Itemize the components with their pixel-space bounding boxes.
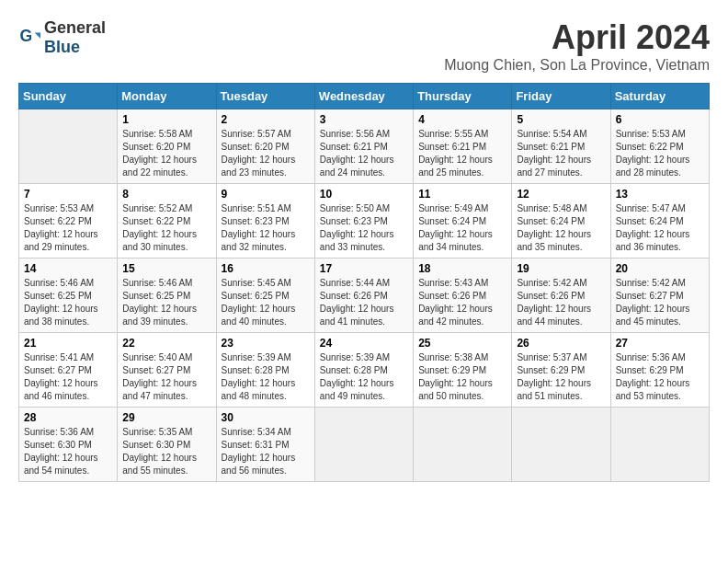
logo-general: General bbox=[44, 18, 106, 37]
calendar-cell: 23Sunrise: 5:39 AM Sunset: 6:28 PM Dayli… bbox=[216, 333, 314, 408]
calendar-cell: 29Sunrise: 5:35 AM Sunset: 6:30 PM Dayli… bbox=[118, 408, 216, 482]
calendar-header-wednesday: Wednesday bbox=[314, 84, 413, 109]
calendar-week-row: 28Sunrise: 5:36 AM Sunset: 6:30 PM Dayli… bbox=[19, 408, 710, 482]
day-number: 5 bbox=[517, 113, 605, 126]
day-details: Sunrise: 5:47 AM Sunset: 6:24 PM Dayligh… bbox=[616, 202, 704, 254]
page-header: G General Blue April 2024 Muong Chien, S… bbox=[18, 18, 710, 74]
day-details: Sunrise: 5:41 AM Sunset: 6:27 PM Dayligh… bbox=[24, 351, 112, 403]
calendar-cell: 13Sunrise: 5:47 AM Sunset: 6:24 PM Dayli… bbox=[610, 184, 709, 259]
calendar-header-tuesday: Tuesday bbox=[216, 84, 314, 109]
calendar-cell: 21Sunrise: 5:41 AM Sunset: 6:27 PM Dayli… bbox=[19, 333, 118, 408]
day-number: 20 bbox=[616, 262, 704, 275]
day-number: 19 bbox=[517, 262, 605, 275]
day-number: 6 bbox=[616, 113, 704, 126]
day-number: 7 bbox=[24, 188, 112, 201]
day-number: 27 bbox=[616, 337, 704, 350]
calendar-cell bbox=[610, 408, 709, 482]
day-details: Sunrise: 5:56 AM Sunset: 6:21 PM Dayligh… bbox=[320, 128, 408, 179]
day-number: 13 bbox=[616, 188, 704, 201]
calendar-body: 1Sunrise: 5:58 AM Sunset: 6:20 PM Daylig… bbox=[19, 109, 710, 482]
day-number: 10 bbox=[320, 188, 408, 201]
day-details: Sunrise: 5:42 AM Sunset: 6:26 PM Dayligh… bbox=[517, 277, 605, 328]
title-section: April 2024 Muong Chien, Son La Province,… bbox=[444, 18, 710, 74]
day-number: 11 bbox=[418, 188, 506, 201]
day-details: Sunrise: 5:36 AM Sunset: 6:29 PM Dayligh… bbox=[616, 351, 704, 403]
calendar-cell bbox=[19, 109, 118, 184]
day-number: 1 bbox=[122, 113, 210, 126]
day-number: 16 bbox=[222, 262, 310, 275]
svg-text:G: G bbox=[20, 27, 33, 45]
day-number: 17 bbox=[320, 262, 408, 275]
day-details: Sunrise: 5:57 AM Sunset: 6:20 PM Dayligh… bbox=[222, 128, 310, 179]
calendar-cell: 26Sunrise: 5:37 AM Sunset: 6:29 PM Dayli… bbox=[512, 333, 610, 408]
calendar-cell: 7Sunrise: 5:53 AM Sunset: 6:22 PM Daylig… bbox=[19, 184, 118, 259]
calendar-header-friday: Friday bbox=[512, 84, 610, 109]
day-details: Sunrise: 5:44 AM Sunset: 6:26 PM Dayligh… bbox=[320, 277, 408, 328]
location-subtitle: Muong Chien, Son La Province, Vietnam bbox=[444, 57, 710, 74]
calendar-week-row: 1Sunrise: 5:58 AM Sunset: 6:20 PM Daylig… bbox=[19, 109, 710, 184]
calendar-cell: 18Sunrise: 5:43 AM Sunset: 6:26 PM Dayli… bbox=[414, 259, 512, 333]
calendar-cell: 11Sunrise: 5:49 AM Sunset: 6:24 PM Dayli… bbox=[414, 184, 512, 259]
day-number: 18 bbox=[418, 262, 506, 275]
calendar-cell: 24Sunrise: 5:39 AM Sunset: 6:28 PM Dayli… bbox=[314, 333, 413, 408]
day-details: Sunrise: 5:45 AM Sunset: 6:25 PM Dayligh… bbox=[222, 277, 310, 328]
calendar-cell bbox=[414, 408, 512, 482]
day-details: Sunrise: 5:40 AM Sunset: 6:27 PM Dayligh… bbox=[122, 351, 210, 403]
calendar-cell: 2Sunrise: 5:57 AM Sunset: 6:20 PM Daylig… bbox=[216, 109, 314, 184]
day-details: Sunrise: 5:38 AM Sunset: 6:29 PM Dayligh… bbox=[418, 351, 506, 403]
logo-text: General Blue bbox=[44, 18, 106, 57]
logo-blue: Blue bbox=[44, 38, 80, 56]
day-details: Sunrise: 5:35 AM Sunset: 6:30 PM Dayligh… bbox=[122, 426, 210, 477]
calendar-cell: 28Sunrise: 5:36 AM Sunset: 6:30 PM Dayli… bbox=[19, 408, 118, 482]
day-details: Sunrise: 5:53 AM Sunset: 6:22 PM Dayligh… bbox=[24, 202, 112, 254]
calendar-cell: 12Sunrise: 5:48 AM Sunset: 6:24 PM Dayli… bbox=[512, 184, 610, 259]
day-number: 14 bbox=[24, 262, 112, 275]
logo: G General Blue bbox=[18, 18, 106, 57]
day-number: 8 bbox=[122, 188, 210, 201]
day-details: Sunrise: 5:49 AM Sunset: 6:24 PM Dayligh… bbox=[418, 202, 506, 254]
day-details: Sunrise: 5:43 AM Sunset: 6:26 PM Dayligh… bbox=[418, 277, 506, 328]
calendar-cell: 27Sunrise: 5:36 AM Sunset: 6:29 PM Dayli… bbox=[610, 333, 709, 408]
calendar-cell: 16Sunrise: 5:45 AM Sunset: 6:25 PM Dayli… bbox=[216, 259, 314, 333]
day-number: 26 bbox=[517, 337, 605, 350]
calendar-cell bbox=[314, 408, 413, 482]
day-number: 21 bbox=[24, 337, 112, 350]
day-number: 23 bbox=[222, 337, 310, 350]
calendar-cell: 6Sunrise: 5:53 AM Sunset: 6:22 PM Daylig… bbox=[610, 109, 709, 184]
month-title: April 2024 bbox=[444, 18, 710, 57]
calendar-cell: 17Sunrise: 5:44 AM Sunset: 6:26 PM Dayli… bbox=[314, 259, 413, 333]
calendar-header-monday: Monday bbox=[118, 84, 216, 109]
calendar-header-saturday: Saturday bbox=[610, 84, 709, 109]
day-details: Sunrise: 5:53 AM Sunset: 6:22 PM Dayligh… bbox=[616, 128, 704, 179]
day-number: 28 bbox=[24, 411, 112, 424]
calendar-cell: 20Sunrise: 5:42 AM Sunset: 6:27 PM Dayli… bbox=[610, 259, 709, 333]
day-number: 25 bbox=[418, 337, 506, 350]
calendar-cell: 1Sunrise: 5:58 AM Sunset: 6:20 PM Daylig… bbox=[118, 109, 216, 184]
calendar-week-row: 14Sunrise: 5:46 AM Sunset: 6:25 PM Dayli… bbox=[19, 259, 710, 333]
calendar-cell: 19Sunrise: 5:42 AM Sunset: 6:26 PM Dayli… bbox=[512, 259, 610, 333]
day-details: Sunrise: 5:51 AM Sunset: 6:23 PM Dayligh… bbox=[222, 202, 310, 254]
calendar-cell: 30Sunrise: 5:34 AM Sunset: 6:31 PM Dayli… bbox=[216, 408, 314, 482]
day-details: Sunrise: 5:50 AM Sunset: 6:23 PM Dayligh… bbox=[320, 202, 408, 254]
day-details: Sunrise: 5:52 AM Sunset: 6:22 PM Dayligh… bbox=[122, 202, 210, 254]
day-details: Sunrise: 5:39 AM Sunset: 6:28 PM Dayligh… bbox=[222, 351, 310, 403]
day-details: Sunrise: 5:39 AM Sunset: 6:28 PM Dayligh… bbox=[320, 351, 408, 403]
day-number: 2 bbox=[222, 113, 310, 126]
calendar-header-sunday: Sunday bbox=[19, 84, 118, 109]
day-number: 3 bbox=[320, 113, 408, 126]
calendar-cell bbox=[512, 408, 610, 482]
calendar-week-row: 7Sunrise: 5:53 AM Sunset: 6:22 PM Daylig… bbox=[19, 184, 710, 259]
day-number: 30 bbox=[222, 411, 310, 424]
calendar-table: SundayMondayTuesdayWednesdayThursdayFrid… bbox=[18, 83, 710, 482]
day-details: Sunrise: 5:58 AM Sunset: 6:20 PM Dayligh… bbox=[122, 128, 210, 179]
day-details: Sunrise: 5:48 AM Sunset: 6:24 PM Dayligh… bbox=[517, 202, 605, 254]
calendar-cell: 15Sunrise: 5:46 AM Sunset: 6:25 PM Dayli… bbox=[118, 259, 216, 333]
day-number: 15 bbox=[122, 262, 210, 275]
day-number: 24 bbox=[320, 337, 408, 350]
day-details: Sunrise: 5:34 AM Sunset: 6:31 PM Dayligh… bbox=[222, 426, 310, 477]
calendar-cell: 14Sunrise: 5:46 AM Sunset: 6:25 PM Dayli… bbox=[19, 259, 118, 333]
calendar-cell: 9Sunrise: 5:51 AM Sunset: 6:23 PM Daylig… bbox=[216, 184, 314, 259]
day-details: Sunrise: 5:37 AM Sunset: 6:29 PM Dayligh… bbox=[517, 351, 605, 403]
day-details: Sunrise: 5:46 AM Sunset: 6:25 PM Dayligh… bbox=[122, 277, 210, 328]
calendar-cell: 22Sunrise: 5:40 AM Sunset: 6:27 PM Dayli… bbox=[118, 333, 216, 408]
